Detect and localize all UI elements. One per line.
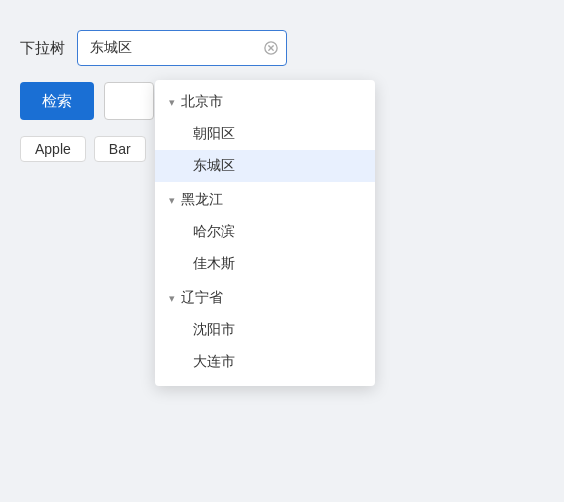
item-jiamusi[interactable]: 佳木斯 (155, 248, 375, 280)
tag-apple[interactable]: Apple (20, 136, 86, 162)
item-dongcheng[interactable]: 东城区 (155, 150, 375, 182)
page-container: 下拉树 检索 Apple Bar ▾ 北京市 朝 (0, 30, 564, 162)
group-heilongjiang-header[interactable]: ▾ 黑龙江 (155, 184, 375, 216)
group-heilongjiang: ▾ 黑龙江 哈尔滨 佳木斯 (155, 184, 375, 280)
item-shenyang[interactable]: 沈阳市 (155, 314, 375, 346)
group-liaoning-header[interactable]: ▾ 辽宁省 (155, 282, 375, 314)
item-dalian[interactable]: 大连市 (155, 346, 375, 378)
group-heilongjiang-label: 黑龙江 (181, 191, 223, 209)
clear-icon[interactable] (263, 40, 279, 56)
group-beijing-header[interactable]: ▾ 北京市 (155, 86, 375, 118)
group-liaoning-label: 辽宁省 (181, 289, 223, 307)
group-liaoning-arrow: ▾ (169, 292, 175, 305)
item-chaoyang[interactable]: 朝阳区 (155, 118, 375, 150)
search-input-wrapper (77, 30, 287, 66)
search-row: 下拉树 (20, 30, 544, 66)
search-input[interactable] (77, 30, 287, 66)
group-beijing-label: 北京市 (181, 93, 223, 111)
secondary-input[interactable] (104, 82, 154, 120)
search-button[interactable]: 检索 (20, 82, 94, 120)
dropdown-tree-label: 下拉树 (20, 39, 65, 58)
group-liaoning: ▾ 辽宁省 沈阳市 大连市 (155, 282, 375, 378)
group-beijing-arrow: ▾ (169, 96, 175, 109)
tag-bar[interactable]: Bar (94, 136, 146, 162)
dropdown-panel: ▾ 北京市 朝阳区 东城区 ▾ 黑龙江 哈尔滨 佳木斯 ▾ 辽宁省 沈阳市 大连… (155, 80, 375, 386)
group-heilongjiang-arrow: ▾ (169, 194, 175, 207)
group-beijing: ▾ 北京市 朝阳区 东城区 (155, 86, 375, 182)
item-harbin[interactable]: 哈尔滨 (155, 216, 375, 248)
